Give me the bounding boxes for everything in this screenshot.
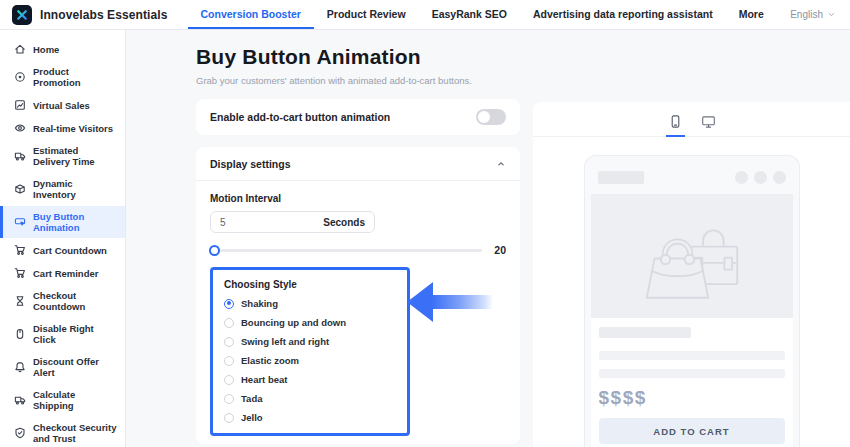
sidebar: HomeProduct PromotionVirtual SalesReal-t… bbox=[0, 30, 126, 447]
style-option-bouncing-up-and-down[interactable]: Bouncing up and down bbox=[224, 317, 396, 328]
page-subtitle: Grab your customers' attention with anim… bbox=[196, 75, 850, 86]
enable-animation-label: Enable add-to-cart button animation bbox=[210, 111, 390, 123]
sidebar-item-virtual-sales[interactable]: Virtual Sales bbox=[0, 94, 125, 116]
motion-interval-slider-row: 20 bbox=[210, 244, 506, 256]
style-option-label: Bouncing up and down bbox=[241, 317, 346, 328]
choosing-style-options: ShakingBouncing up and downSwing left an… bbox=[224, 298, 396, 423]
tab-more[interactable]: More bbox=[726, 0, 777, 29]
home-icon bbox=[14, 43, 26, 55]
radio-button[interactable] bbox=[224, 337, 234, 347]
add-to-cart-button[interactable]: ADD TO CART bbox=[599, 418, 785, 444]
brand-name: Innovelabs Essentials bbox=[40, 8, 168, 22]
sidebar-item-home[interactable]: Home bbox=[0, 38, 125, 60]
sidebar-item-label: Discount Offer Alert bbox=[33, 356, 117, 378]
mockup-product-info: $$$$ ADD TO CART bbox=[591, 318, 793, 447]
sidebar-item-real-time-visitors[interactable]: Real-time Visitors bbox=[0, 117, 125, 139]
sidebar-item-estimated-delivery-time[interactable]: Estimated Delivery Time bbox=[0, 140, 125, 172]
display-settings-header[interactable]: Display settings bbox=[210, 157, 506, 171]
chevron-down-icon bbox=[827, 10, 836, 19]
sidebar-item-label: Product Promotion bbox=[33, 66, 117, 88]
highlight-arrow-icon bbox=[407, 282, 493, 322]
buy-button-icon bbox=[14, 216, 26, 228]
topbar: Innovelabs Essentials Conversion Booster… bbox=[0, 0, 850, 30]
topbar-tabs: Conversion BoosterProduct ReviewEasyRank… bbox=[188, 0, 777, 29]
sidebar-item-label: Real-time Visitors bbox=[33, 123, 113, 134]
mockup-logo-placeholder bbox=[598, 171, 644, 184]
sidebar-item-dynamic-inventory[interactable]: Dynamic Inventory bbox=[0, 173, 125, 205]
motion-interval-input[interactable] bbox=[220, 217, 310, 228]
style-option-label: Swing left and right bbox=[241, 336, 329, 347]
radio-button[interactable] bbox=[224, 299, 234, 309]
motion-interval-slider[interactable] bbox=[210, 249, 482, 252]
shipping-truck-icon bbox=[14, 394, 26, 406]
style-option-tada[interactable]: Tada bbox=[224, 393, 396, 404]
sidebar-item-checkout-security-and-trust[interactable]: Checkout Security and Trust bbox=[0, 417, 125, 447]
style-option-elastic-zoom[interactable]: Elastic zoom bbox=[224, 355, 396, 366]
radio-button[interactable] bbox=[224, 375, 234, 385]
tab-conversion-booster[interactable]: Conversion Booster bbox=[188, 0, 314, 29]
mobile-icon bbox=[668, 114, 683, 129]
radio-button[interactable] bbox=[224, 318, 234, 328]
style-option-heart-beat[interactable]: Heart beat bbox=[224, 374, 396, 385]
slider-handle[interactable] bbox=[209, 245, 220, 256]
display-settings-card: Display settings Motion Interval Seconds bbox=[196, 147, 520, 444]
style-option-swing-left-and-right[interactable]: Swing left and right bbox=[224, 336, 396, 347]
enable-animation-toggle[interactable] bbox=[476, 109, 506, 125]
brand: Innovelabs Essentials bbox=[12, 0, 168, 29]
sidebar-item-calculate-shipping[interactable]: Calculate Shipping bbox=[0, 384, 125, 416]
mockup-menu-placeholder bbox=[735, 171, 786, 184]
sidebar-items: HomeProduct PromotionVirtual SalesReal-t… bbox=[0, 37, 125, 447]
preview-panel: $$$$ ADD TO CART bbox=[533, 102, 850, 447]
motion-interval-input-group: Seconds bbox=[210, 211, 375, 233]
radio-button[interactable] bbox=[224, 413, 234, 423]
style-option-label: Shaking bbox=[241, 298, 278, 309]
radio-button[interactable] bbox=[224, 356, 234, 366]
sidebar-item-buy-button-animation[interactable]: Buy Button Animation bbox=[0, 206, 125, 238]
shopping-bags-icon bbox=[628, 206, 756, 306]
sidebar-item-label: Home bbox=[33, 44, 59, 55]
device-tab-mobile[interactable] bbox=[666, 113, 685, 137]
sidebar-item-label: Calculate Shipping bbox=[33, 389, 117, 411]
style-option-label: Jello bbox=[241, 412, 263, 423]
sidebar-item-cart-reminder[interactable]: Cart Reminder bbox=[0, 262, 125, 284]
sidebar-item-label: Virtual Sales bbox=[33, 100, 90, 111]
sidebar-item-checkout-countdown[interactable]: Checkout Countdown bbox=[0, 285, 125, 317]
tab-product-review[interactable]: Product Review bbox=[314, 0, 419, 29]
language-selector[interactable]: English bbox=[790, 0, 836, 29]
sidebar-item-label: Cart Reminder bbox=[33, 268, 98, 279]
device-tab-desktop[interactable] bbox=[699, 113, 718, 137]
sidebar-item-product-promotion[interactable]: Product Promotion bbox=[0, 61, 125, 93]
mockup-header bbox=[591, 162, 793, 194]
sidebar-item-label: Dynamic Inventory bbox=[33, 178, 117, 200]
sidebar-item-label: Estimated Delivery Time bbox=[33, 145, 117, 167]
page-title: Buy Button Animation bbox=[196, 45, 850, 69]
visitors-icon bbox=[14, 122, 26, 134]
delivery-truck-icon bbox=[14, 150, 26, 162]
motion-interval-unit: Seconds bbox=[323, 217, 365, 228]
sidebar-item-disable-right-click[interactable]: Disable Right Click bbox=[0, 318, 125, 350]
sidebar-item-label: Cart Countdown bbox=[33, 245, 107, 256]
tab-advertising-data-reporting-assistant[interactable]: Advertising data reporting assistant bbox=[520, 0, 726, 29]
style-option-shaking[interactable]: Shaking bbox=[224, 298, 396, 309]
hourglass-icon bbox=[14, 295, 26, 307]
settings-column: Enable add-to-cart button animation Disp… bbox=[196, 99, 520, 444]
enable-animation-card: Enable add-to-cart button animation bbox=[196, 99, 520, 135]
preview-device-tabs bbox=[533, 102, 850, 137]
divider bbox=[196, 180, 520, 181]
sidebar-item-cart-countdown[interactable]: Cart Countdown bbox=[0, 239, 125, 261]
brand-logo-icon bbox=[12, 5, 32, 25]
main-content: Buy Button Animation Grab your customers… bbox=[126, 30, 850, 447]
sidebar-item-label: Buy Button Animation bbox=[33, 211, 117, 233]
app-window: Innovelabs Essentials Conversion Booster… bbox=[0, 0, 850, 447]
radio-button[interactable] bbox=[224, 394, 234, 404]
motion-interval-label: Motion Interval bbox=[210, 193, 506, 204]
shield-icon bbox=[14, 427, 26, 439]
choosing-style-label: Choosing Style bbox=[224, 279, 396, 290]
chevron-up-icon[interactable] bbox=[496, 159, 506, 169]
choosing-style-group: Choosing Style ShakingBouncing up and do… bbox=[210, 267, 410, 436]
sidebar-item-discount-offer-alert[interactable]: Discount Offer Alert bbox=[0, 351, 125, 383]
tab-easyrank-seo[interactable]: EasyRank SEO bbox=[419, 0, 520, 29]
style-option-jello[interactable]: Jello bbox=[224, 412, 396, 423]
desktop-icon bbox=[701, 114, 716, 129]
promotion-icon bbox=[14, 71, 26, 83]
